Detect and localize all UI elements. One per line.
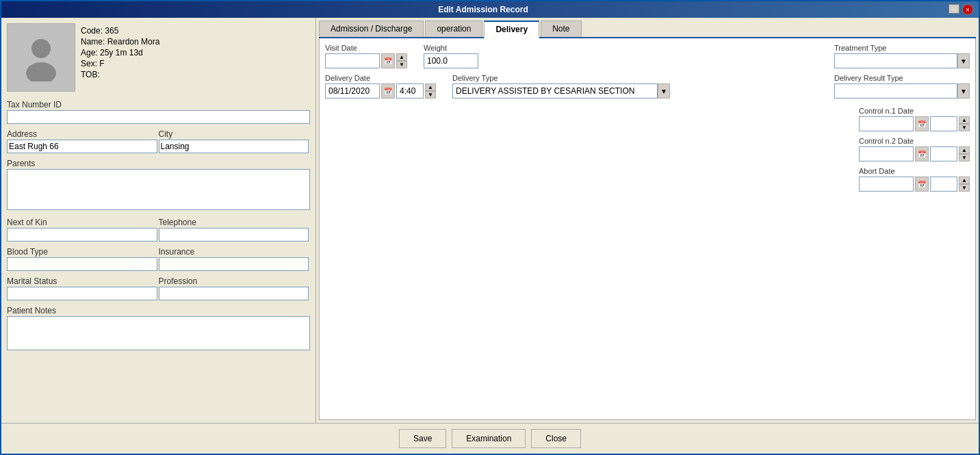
patient-sex: Sex: F [81, 59, 159, 68]
blood-insurance-section: Blood Type Insurance [7, 244, 310, 271]
weight-input[interactable] [424, 53, 478, 68]
control-n2-up-button[interactable]: ▲ [959, 146, 970, 154]
telephone-label: Telephone [159, 218, 309, 227]
control-n2-label: Control n.2 Date [859, 137, 970, 145]
marital-status-section: Marital Status [7, 274, 159, 300]
save-button[interactable]: Save [399, 429, 446, 448]
abort-date-input[interactable] [859, 177, 914, 192]
insurance-section: Insurance [159, 244, 311, 271]
abort-time-input[interactable] [930, 177, 957, 192]
tax-number-label: Tax Number ID [7, 100, 310, 109]
close-window-button[interactable]: × [962, 4, 973, 15]
treatment-type-input[interactable] [834, 53, 957, 68]
marital-status-input[interactable] [7, 287, 157, 300]
telephone-input[interactable] [159, 228, 309, 242]
delivery-time-down-button[interactable]: ▼ [425, 91, 436, 99]
control-n1-date-input[interactable] [859, 116, 914, 131]
abort-date-down-button[interactable]: ▼ [959, 184, 970, 192]
delivery-type-group: Delivery Type ▼ [452, 74, 670, 99]
tax-number-input[interactable] [7, 110, 310, 124]
next-of-kin-input[interactable] [7, 228, 157, 242]
treatment-type-select-wrapper: ▼ [834, 53, 970, 68]
delivery-date-group: Delivery Date 📅 ▲ ▼ [325, 74, 436, 99]
abort-date-updown: ▲ ▼ [959, 177, 970, 192]
blood-type-input[interactable] [7, 257, 157, 271]
control-dates-section: Control n.1 Date 📅 ▲ ▼ [325, 107, 970, 192]
control-n1-calendar-icon: 📅 [918, 120, 926, 128]
address-input[interactable] [7, 140, 157, 153]
telephone-section: Telephone [159, 215, 311, 242]
patient-notes-section: Patient Notes [7, 303, 310, 352]
delivery-calendar-icon: 📅 [384, 88, 392, 95]
visit-date-up-button[interactable]: ▲ [396, 53, 407, 61]
abort-calendar-icon: 📅 [918, 181, 926, 188]
delivery-time-up-button[interactable]: ▲ [425, 83, 436, 91]
address-city-section: Address City [7, 127, 310, 153]
delivery-type-label: Delivery Type [452, 74, 670, 82]
visit-date-input[interactable] [325, 53, 380, 68]
delivery-result-input[interactable] [834, 83, 957, 99]
main-content: Code: 365 Name: Reardon Mora Age: 25y 1m… [1, 18, 979, 423]
svg-point-0 [31, 39, 51, 58]
control-n2-updown: ▲ ▼ [959, 146, 970, 161]
delivery-result-dropdown-button[interactable]: ▼ [957, 83, 970, 99]
patient-tob: TOB: [81, 70, 159, 79]
profession-section: Profession [159, 274, 311, 300]
parents-section: Parents [7, 156, 310, 212]
close-button[interactable]: Close [531, 429, 581, 448]
parents-label: Parents [7, 159, 310, 168]
control-n1-calendar-button[interactable]: 📅 [915, 116, 929, 131]
delivery-date-calendar-button[interactable]: 📅 [381, 83, 395, 99]
treatment-type-dropdown-button[interactable]: ▼ [957, 53, 970, 68]
control-n1-time-input[interactable] [930, 116, 957, 131]
tab-note[interactable]: Note [541, 21, 581, 37]
visit-date-down-button[interactable]: ▼ [396, 61, 407, 68]
marital-profession-section: Marital Status Profession [7, 274, 310, 300]
avatar [7, 23, 75, 92]
insurance-label: Insurance [159, 247, 309, 257]
tab-bar: Admission / Discharge operation Delivery… [319, 21, 976, 38]
delivery-date-input[interactable] [325, 83, 380, 99]
examination-button[interactable]: Examination [452, 429, 526, 448]
right-panel: Admission / Discharge operation Delivery… [316, 18, 979, 423]
marital-status-label: Marital Status [7, 276, 157, 286]
control-n2-input-group: 📅 ▲ ▼ [859, 146, 970, 161]
control-n2-down-button[interactable]: ▼ [959, 154, 970, 161]
patient-details: Code: 365 Name: Reardon Mora Age: 25y 1m… [81, 23, 159, 92]
delivery-result-type-label: Delivery Result Type [834, 74, 970, 82]
control-n1-group: Control n.1 Date 📅 ▲ ▼ [859, 107, 970, 131]
control-n2-time-input[interactable] [930, 146, 957, 161]
delivery-type-input[interactable] [452, 83, 658, 99]
delivery-type-dropdown-button[interactable]: ▼ [658, 83, 670, 99]
bottom-bar: Save Examination Close [1, 423, 979, 454]
patient-name: Name: Reardon Mora [81, 37, 159, 47]
tab-admission[interactable]: Admission / Discharge [319, 21, 424, 37]
patient-notes-input[interactable] [7, 316, 310, 350]
insurance-input[interactable] [159, 257, 309, 271]
control-n2-calendar-button[interactable]: 📅 [915, 146, 929, 161]
abort-date-up-button[interactable]: ▲ [959, 177, 970, 184]
control-n1-down-button[interactable]: ▼ [959, 124, 970, 131]
control-n2-date-input[interactable] [859, 146, 914, 161]
patient-age: Age: 25y 1m 13d [81, 48, 159, 57]
next-of-kin-section: Next of Kin [7, 215, 159, 242]
profession-input[interactable] [159, 287, 309, 300]
abort-date-calendar-button[interactable]: 📅 [915, 177, 929, 192]
row1: Visit Date 📅 ▲ ▼ [325, 44, 970, 68]
city-input[interactable] [159, 140, 309, 153]
delivery-time-input[interactable] [396, 83, 424, 99]
weight-group: Weight [424, 44, 478, 68]
visit-date-calendar-button[interactable]: 📅 [381, 53, 395, 68]
minimize-button[interactable]: − [949, 4, 959, 14]
parents-input[interactable] [7, 169, 310, 210]
blood-type-label: Blood Type [7, 247, 157, 257]
tab-operation[interactable]: operation [425, 21, 482, 37]
left-panel: Code: 365 Name: Reardon Mora Age: 25y 1m… [1, 18, 316, 423]
abort-date-input-group: 📅 ▲ ▼ [859, 177, 970, 192]
delivery-time-updown: ▲ ▼ [425, 83, 436, 99]
control-n1-up-button[interactable]: ▲ [959, 116, 970, 124]
tab-delivery[interactable]: Delivery [484, 21, 539, 38]
dialog-window: Edit Admission Record − × Code: 365 Name… [0, 0, 980, 455]
control-n2-calendar-icon: 📅 [918, 151, 926, 158]
abort-date-label: Abort Date [859, 167, 970, 175]
